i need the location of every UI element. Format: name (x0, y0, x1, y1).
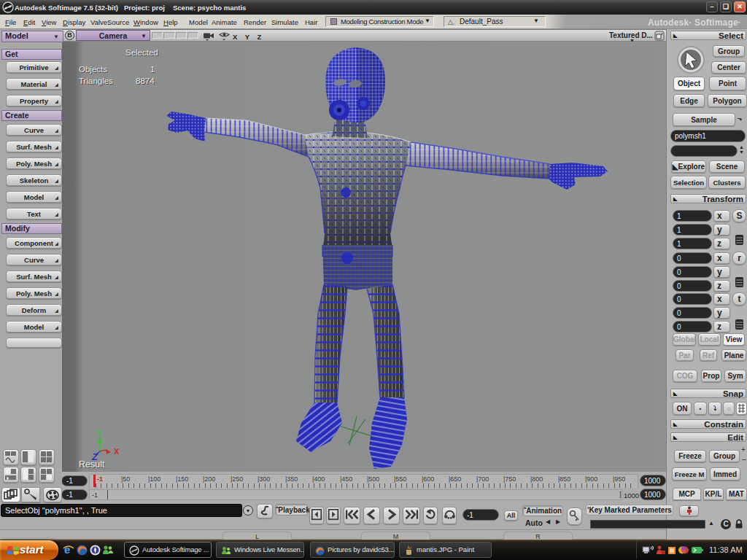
svg-text:Y: Y (97, 429, 102, 438)
svg-text:⏵: ⏵ (7, 476, 9, 481)
svg-text:X: X (114, 447, 120, 456)
svg-text:Z: Z (91, 451, 98, 462)
